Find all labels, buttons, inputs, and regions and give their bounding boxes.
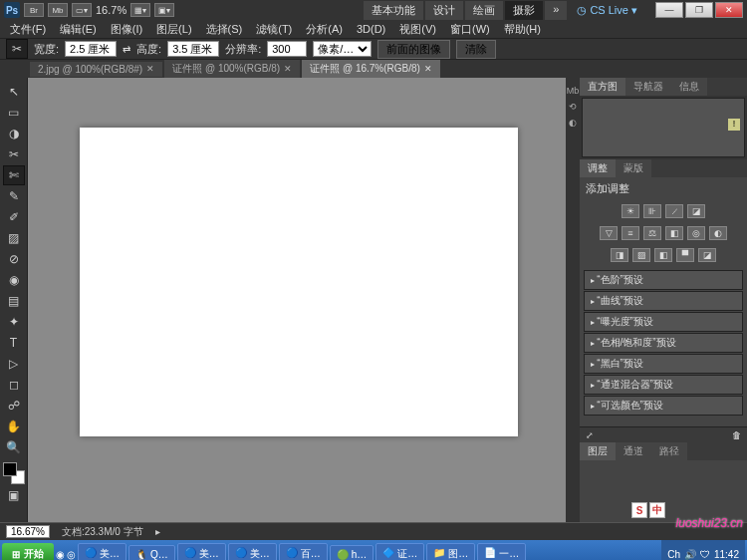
close-button[interactable]: ✕ — [715, 2, 743, 18]
task-item[interactable]: 🔵 美… — [78, 543, 126, 560]
mixer-icon[interactable]: ◐ — [709, 226, 727, 240]
trash-icon[interactable]: 🗑 — [732, 430, 741, 440]
levels-icon[interactable]: ⊪ — [643, 204, 661, 218]
menu-image[interactable]: 图像(I) — [105, 20, 148, 39]
move-tool[interactable]: ↖ — [3, 82, 25, 102]
menu-view[interactable]: 视图(V) — [393, 20, 442, 39]
doc-tab-0[interactable]: 2.jpg @ 100%(RGB/8#)✕ — [30, 62, 162, 77]
quicklaunch-icon[interactable]: ◎ — [67, 549, 76, 560]
expand-icon[interactable]: ⤢ — [586, 430, 594, 440]
start-button[interactable]: ⊞ 开始 — [2, 543, 54, 560]
doc-tab-1[interactable]: 证件照 @ 100%(RGB/8)✕ — [164, 60, 300, 78]
zoom-tool[interactable]: 🔍 — [3, 437, 25, 457]
vibrance-icon[interactable]: ▽ — [600, 226, 618, 240]
tab-layers[interactable]: 图层 — [580, 442, 616, 460]
workspace-photography[interactable]: 摄影 — [505, 1, 543, 20]
tab-adjustments[interactable]: 调整 — [580, 159, 616, 177]
crop-tool[interactable]: ✄ — [3, 165, 25, 185]
ime-badge[interactable]: S 中 — [631, 502, 665, 518]
adjust-panel-icon[interactable]: ◐ — [569, 118, 577, 128]
eyedropper-tool[interactable]: ✎ — [3, 186, 25, 206]
3d-tool[interactable]: ☍ — [3, 396, 25, 416]
bw-icon[interactable]: ◧ — [665, 226, 683, 240]
history-panel-icon[interactable]: ⟲ — [569, 102, 577, 112]
menu-analysis[interactable]: 分析(A) — [300, 20, 349, 39]
exposure-icon[interactable]: ◪ — [687, 204, 705, 218]
preset-hue[interactable]: “色相/饱和度”预设 — [584, 333, 743, 353]
doc-tab-2[interactable]: 证件照 @ 16.7%(RGB/8)✕ — [302, 60, 440, 78]
path-tool[interactable]: ▷ — [3, 354, 25, 374]
screen-mode-icon[interactable]: ▭▾ — [72, 3, 92, 17]
menu-filter[interactable]: 滤镜(T) — [250, 20, 298, 39]
tray-icon[interactable]: 🛡 — [700, 549, 710, 560]
tab-info[interactable]: 信息 — [671, 78, 707, 96]
status-menu-icon[interactable]: ▸ — [155, 526, 160, 537]
tab-masks[interactable]: 蒙版 — [616, 159, 651, 177]
swap-wh-icon[interactable]: ⇄ — [123, 44, 130, 55]
close-icon[interactable]: ✕ — [146, 64, 154, 74]
height-input[interactable] — [167, 41, 219, 57]
task-item[interactable]: 🟢 h… — [330, 545, 374, 561]
photo-filter-icon[interactable]: ◎ — [687, 226, 705, 240]
arrange-icon[interactable]: ▦▾ — [130, 3, 150, 17]
tab-channels[interactable]: 通道 — [616, 442, 651, 460]
workspace-essentials[interactable]: 基本功能 — [364, 1, 423, 20]
shape-tool[interactable]: ◻ — [3, 375, 25, 395]
canvas-area[interactable] — [28, 78, 566, 522]
task-item[interactable]: 🔷 证… — [375, 543, 424, 560]
quickmask-icon[interactable]: ▣ — [3, 485, 25, 505]
tray-icon[interactable]: 🔊 — [684, 549, 696, 560]
gradient-tool[interactable]: ◉ — [3, 270, 25, 290]
tab-paths[interactable]: 路径 — [651, 442, 687, 460]
curves-icon[interactable]: ⟋ — [665, 204, 683, 218]
task-item[interactable]: 🐧 Q… — [128, 545, 175, 561]
task-item[interactable]: 🔵 美… — [228, 543, 277, 560]
tab-navigator[interactable]: 导航器 — [625, 78, 671, 96]
zoom-display[interactable]: 16.7% — [96, 4, 126, 16]
dodge-tool[interactable]: ✦ — [3, 312, 25, 332]
clock[interactable]: 11:42 — [714, 549, 739, 560]
stamp-tool[interactable]: ▨ — [3, 228, 25, 248]
menu-help[interactable]: 帮助(H) — [498, 20, 547, 39]
ime-s-icon[interactable]: S — [631, 502, 647, 518]
marquee-tool[interactable]: ▭ — [3, 103, 25, 123]
brush-tool[interactable]: ✐ — [3, 207, 25, 227]
clear-button[interactable]: 清除 — [456, 40, 496, 59]
workspace-design[interactable]: 设计 — [425, 1, 463, 20]
menu-file[interactable]: 文件(F) — [4, 20, 52, 39]
ime-zh-icon[interactable]: 中 — [649, 502, 665, 518]
maximize-button[interactable]: ❐ — [685, 2, 713, 18]
task-item[interactable]: 🔵 美… — [177, 543, 226, 560]
balance-icon[interactable]: ⚖ — [643, 226, 661, 240]
minimize-button[interactable]: — — [655, 2, 683, 18]
preset-levels[interactable]: “色阶”预设 — [584, 270, 743, 290]
task-item[interactable]: 📁 图… — [426, 543, 475, 560]
cslive-button[interactable]: ◷ CS Live ▾ — [571, 4, 643, 17]
type-tool[interactable]: T — [3, 333, 25, 353]
workspace-more-icon[interactable]: » — [545, 1, 567, 20]
close-icon[interactable]: ✕ — [284, 64, 292, 74]
bridge-icon[interactable]: Br — [24, 3, 44, 17]
posterize-icon[interactable]: ▨ — [632, 248, 650, 262]
selective-icon[interactable]: ◪ — [698, 248, 716, 262]
front-image-button[interactable]: 前面的图像 — [377, 40, 450, 59]
resolution-unit-select[interactable]: 像素/… — [313, 41, 372, 57]
hand-tool[interactable]: ✋ — [3, 417, 25, 436]
tab-histogram[interactable]: 直方图 — [580, 78, 625, 96]
preset-bw[interactable]: “黑白”预设 — [584, 354, 743, 374]
menu-window[interactable]: 窗口(W) — [444, 20, 496, 39]
zoom-input[interactable]: 16.67% — [6, 525, 50, 538]
preset-exposure[interactable]: “曝光度”预设 — [584, 312, 743, 332]
crop-tool-icon[interactable]: ✂ — [6, 39, 28, 59]
preset-selective[interactable]: “可选颜色”预设 — [584, 396, 743, 416]
quicklaunch-icon[interactable]: ◉ — [56, 549, 65, 560]
threshold-icon[interactable]: ◧ — [654, 248, 672, 262]
cache-warning-icon[interactable]: ! — [728, 119, 740, 131]
invert-icon[interactable]: ◨ — [611, 248, 628, 262]
task-item[interactable]: 📄 一… — [477, 543, 526, 560]
workspace-painting[interactable]: 绘画 — [465, 1, 503, 20]
hue-icon[interactable]: ≡ — [622, 226, 639, 240]
brightness-icon[interactable]: ☀ — [622, 204, 639, 218]
blur-tool[interactable]: ▤ — [3, 291, 25, 311]
resolution-input[interactable] — [267, 41, 307, 57]
